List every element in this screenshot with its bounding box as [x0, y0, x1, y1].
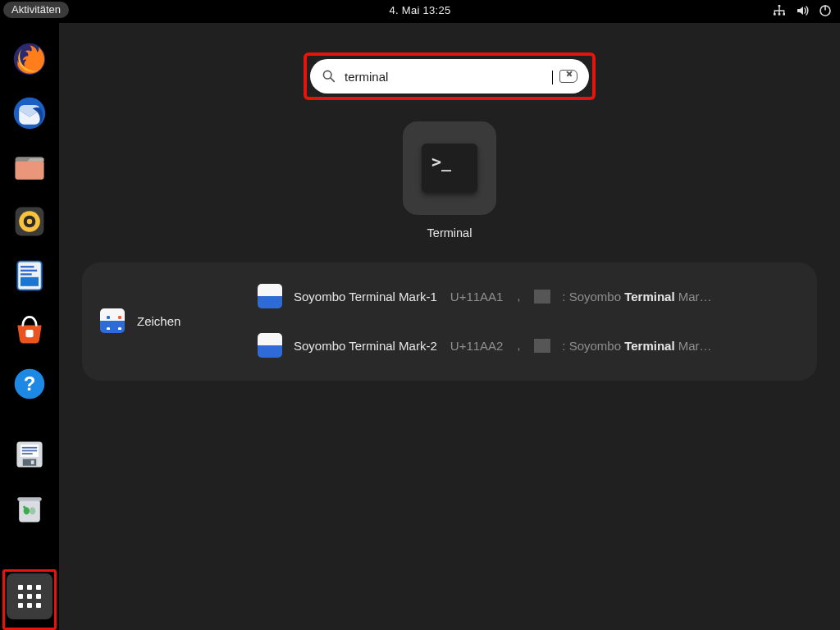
svg-rect-17 — [21, 266, 34, 267]
svg-line-33 — [331, 78, 334, 81]
search-field[interactable]: terminal — [310, 59, 589, 94]
char-name: Soyombo Terminal Mark-1 — [294, 290, 437, 304]
svg-rect-25 — [22, 447, 37, 449]
svg-rect-3 — [783, 13, 785, 16]
glyph-icon — [258, 284, 282, 308]
svg-rect-18 — [21, 270, 37, 272]
terminal-app-icon: >_ — [403, 121, 496, 215]
char-name: Soyombo Terminal Mark-2 — [294, 339, 437, 353]
system-tray[interactable] — [773, 0, 832, 23]
dock-help-icon[interactable]: ? — [10, 364, 49, 404]
char-code: U+11AA1 — [450, 290, 504, 304]
clock[interactable]: 4. Mai 13:25 — [389, 4, 450, 16]
dock-software-icon[interactable] — [10, 310, 49, 349]
char-preview — [534, 290, 550, 304]
dock-trash-icon[interactable] — [10, 489, 49, 528]
show-applications-button[interactable] — [7, 573, 52, 619]
top-bar: Aktivitäten 4. Mai 13:25 — [0, 0, 840, 23]
svg-rect-20 — [25, 330, 33, 337]
svg-rect-26 — [22, 450, 37, 452]
svg-rect-28 — [23, 459, 37, 466]
svg-point-13 — [27, 219, 32, 224]
search-highlight: terminal — [304, 52, 596, 100]
app-result-label: Terminal — [395, 226, 504, 240]
svg-rect-2 — [778, 13, 781, 16]
search-icon — [322, 69, 336, 84]
volume-icon[interactable] — [796, 4, 809, 20]
svg-rect-19 — [21, 273, 32, 275]
show-apps-highlight — [2, 569, 57, 630]
character-result[interactable]: Soyombo Terminal Mark-2 U+11AA2, : Soyom… — [258, 328, 799, 363]
character-result[interactable]: Soyombo Terminal Mark-1 U+11AA1, : Soyom… — [258, 279, 799, 313]
dock-writer-icon[interactable] — [10, 256, 49, 295]
provider-source[interactable]: Zeichen — [100, 308, 240, 333]
svg-rect-9 — [16, 162, 44, 180]
characters-provider-panel: Zeichen Soyombo Terminal Mark-1 U+11AA1,… — [82, 262, 817, 381]
dock-firefox-icon[interactable] — [10, 39, 49, 79]
svg-rect-0 — [778, 5, 781, 7]
char-preview — [534, 339, 550, 353]
glyph-icon — [258, 333, 282, 358]
svg-text:?: ? — [24, 372, 36, 395]
dock: ? — [0, 23, 59, 630]
dock-save-icon[interactable] — [10, 435, 49, 474]
svg-rect-1 — [774, 13, 776, 16]
dock-rhythmbox-icon[interactable] — [10, 202, 49, 241]
characters-app-icon — [100, 308, 125, 333]
svg-rect-27 — [22, 453, 33, 454]
overview: terminal >_ Terminal Zeichen Soyombo Ter… — [59, 23, 840, 630]
app-result-terminal[interactable]: >_ Terminal — [395, 121, 504, 240]
network-icon[interactable] — [773, 4, 786, 20]
activities-button[interactable]: Aktivitäten — [3, 2, 69, 18]
svg-rect-31 — [17, 497, 41, 501]
dock-files-icon[interactable] — [10, 148, 49, 187]
search-query-text: terminal — [345, 70, 551, 84]
provider-source-label: Zeichen — [137, 314, 180, 328]
char-code: U+11AA2 — [450, 339, 504, 353]
power-icon[interactable] — [819, 4, 832, 20]
svg-rect-16 — [21, 277, 39, 286]
char-desc: : Soyombo Terminal Mar… — [562, 339, 711, 353]
char-desc: : Soyombo Terminal Mar… — [562, 290, 711, 304]
clear-search-icon[interactable] — [559, 70, 578, 83]
svg-rect-29 — [31, 460, 34, 464]
svg-rect-5 — [824, 5, 826, 10]
dock-thunderbird-icon[interactable] — [10, 94, 49, 133]
